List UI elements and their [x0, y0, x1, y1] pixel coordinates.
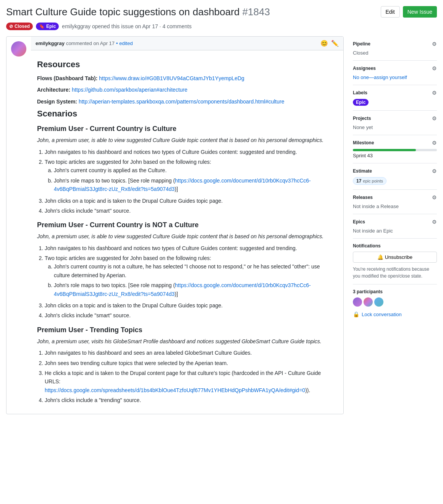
list-item: John's current country is not a culture,…: [54, 262, 337, 279]
flows-link[interactable]: https://www.draw.io/#G0B1V8UV94aCGtamJYb…: [99, 75, 244, 81]
comment-edited[interactable]: • edited: [116, 40, 133, 46]
assignees-gear-icon[interactable]: ⚙: [432, 65, 437, 71]
issue-title: Smart Culture Guide topic suggestions on…: [6, 6, 381, 18]
unsubscribe-button[interactable]: 🔔 Unsubscribe: [353, 252, 437, 263]
assignees-title: Assignees: [353, 66, 376, 71]
role-mapping-link-1[interactable]: https://docs.google.com/document/d/10rb0…: [54, 178, 311, 192]
assignees-value[interactable]: No one—assign yourself: [353, 74, 437, 80]
section1-list: John navigates to his dashboard and noti…: [37, 148, 337, 215]
section3-list: John navigates to his dashboard and sees…: [37, 349, 337, 404]
labels-gear-icon[interactable]: ⚙: [432, 90, 437, 96]
design-link[interactable]: http://aperian-templates.sparkboxqa.com/…: [79, 99, 285, 105]
releases-title: Releases: [353, 195, 373, 200]
assignees-section: Assignees ⚙ No one—assign yourself: [353, 61, 437, 85]
releases-gear-icon[interactable]: ⚙: [432, 194, 437, 200]
projects-title: Projects: [353, 116, 371, 121]
projects-gear-icon[interactable]: ⚙: [432, 115, 437, 121]
list-item: John sees two trending culture topics th…: [45, 359, 337, 367]
circle-icon: ⊘: [9, 24, 13, 29]
issue-meta-text: emilykggray opened this issue on Apr 17 …: [62, 23, 191, 29]
milestone-bar-bg: [353, 149, 437, 151]
section3-intro: John, a premium user, visits his GlobeSm…: [37, 337, 337, 346]
edit-button[interactable]: Edit: [381, 6, 400, 18]
list-item: John navigates to his dashboard and noti…: [45, 148, 337, 156]
comment-author[interactable]: emilykggray: [36, 40, 65, 46]
list-item: Two topic articles are suggested for Joh…: [45, 254, 337, 298]
pipeline-section: Pipeline ⚙ Closed: [353, 36, 437, 61]
architecture-link[interactable]: https://github.com/sparkbox/aperian#arch…: [72, 87, 188, 93]
architecture-line: Architecture: https://github.com/sparkbo…: [37, 86, 337, 94]
participants-count: 3 participants: [353, 289, 437, 294]
list-item: John's clicks include "smart" source.: [45, 207, 337, 215]
projects-section: Projects ⚙ None yet: [353, 111, 437, 135]
emoji-icon[interactable]: 😊: [320, 40, 328, 47]
issue-number: #1843: [243, 6, 270, 18]
milestone-section: Milestone ⚙ Sprint 43: [353, 135, 437, 163]
estimate-title: Estimate: [353, 168, 372, 174]
epics-title: Epics: [353, 219, 365, 225]
list-item: John's clicks include "smart" source.: [45, 311, 337, 320]
epics-gear-icon[interactable]: ⚙: [432, 219, 437, 225]
releases-section: Releases ⚙ Not inside a Release: [353, 190, 437, 214]
labels-section: Labels ⚙ Epic: [353, 85, 437, 111]
milestone-title: Milestone: [353, 140, 374, 145]
section1-heading: Premium User - Current Country is Cultur…: [37, 125, 337, 133]
participant-avatar-2[interactable]: [364, 297, 373, 307]
participant-avatar-1[interactable]: [353, 297, 362, 307]
milestone-bar-fill: [353, 149, 416, 151]
new-issue-button[interactable]: New Issue: [403, 6, 437, 18]
lock-conversation-button[interactable]: 🔒 Lock conversation: [353, 311, 402, 317]
lock-label: Lock conversation: [362, 312, 402, 317]
section3-heading: Premium User - Trending Topics: [37, 326, 337, 334]
participant-avatar-3[interactable]: [374, 297, 383, 307]
milestone-gear-icon[interactable]: ⚙: [432, 140, 437, 146]
pipeline-gear-icon[interactable]: ⚙: [432, 41, 437, 47]
spreadsheet-link[interactable]: https://docs.google.com/spreadsheets/d/1…: [45, 387, 305, 393]
closed-badge: ⊘ Closed: [6, 23, 33, 30]
resources-heading: Resources: [37, 60, 337, 69]
list-item: John navigates to his dashboard and sees…: [45, 349, 337, 357]
design-line: Design System: http://aperian-templates.…: [37, 97, 337, 106]
epics-section: Epics ⚙ Not inside an Epic: [353, 214, 437, 239]
issue-title-text: Smart Culture Guide topic suggestions on…: [6, 6, 239, 18]
section2-heading: Premium User - Current Country is NOT a …: [37, 221, 337, 229]
lock-icon: 🔒: [353, 311, 359, 317]
section2-list: John navigates to his dashboard and noti…: [37, 244, 337, 320]
pipeline-title: Pipeline: [353, 41, 370, 47]
list-item: John's role maps to two topics. [See rol…: [54, 176, 337, 194]
releases-value: Not inside a Release: [353, 204, 437, 209]
list-item: John's current country is applied as the…: [54, 166, 337, 174]
section1-intro: John, a premium user, is able to view su…: [37, 136, 337, 144]
list-item: John clicks on a topic and is taken to t…: [45, 301, 337, 310]
list-item: John's role maps to two topics. [See rol…: [54, 281, 337, 298]
edit-comment-icon[interactable]: ✏️: [331, 40, 339, 47]
scenarios-heading: Scenarios: [37, 109, 337, 119]
estimate-badge: 17 epic points: [353, 177, 386, 185]
labels-title: Labels: [353, 90, 367, 95]
list-item: John's clicks include a "trending" sourc…: [45, 396, 337, 404]
notifications-description: You're receiving notifications because y…: [353, 266, 437, 279]
milestone-value[interactable]: Sprint 43: [353, 153, 437, 158]
list-item: John navigates to his dashboard and noti…: [45, 244, 337, 252]
epics-value: Not inside an Epic: [353, 228, 437, 234]
estimate-section: Estimate ⚙ 17 epic points: [353, 163, 437, 190]
estimate-gear-icon[interactable]: ⚙: [432, 168, 437, 174]
avatar: [11, 41, 26, 57]
section1-sublist: John's current country is applied as the…: [45, 166, 337, 193]
participants-section: 3 participants 🔒 Lock conversation: [353, 289, 437, 317]
notifications-title: Notifications: [353, 243, 381, 249]
projects-value: None yet: [353, 124, 437, 130]
list-item: He clicks a topic and is taken to the Dr…: [45, 369, 337, 394]
role-mapping-link-2[interactable]: https://docs.google.com/document/d/10rb0…: [54, 282, 311, 297]
notifications-section: Notifications 🔔 Unsubscribe You're recei…: [353, 239, 437, 284]
list-item: Two topic articles are suggested for Joh…: [45, 158, 337, 194]
flows-line: Flows (Dashboard Tab): https://www.draw.…: [37, 74, 337, 82]
list-item: John clicks on a topic and is taken to t…: [45, 197, 337, 205]
pipeline-value: Closed: [353, 50, 437, 56]
section2-intro: John, a premium user, is able to view su…: [37, 232, 337, 241]
comment-action: commented on Apr 17: [66, 40, 115, 46]
epic-label-badge[interactable]: Epic: [353, 99, 369, 106]
epic-badge: 🔖 Epic: [36, 23, 59, 30]
section2-sublist: John's current country is not a culture,…: [45, 262, 337, 298]
bookmark-icon: 🔖: [39, 24, 45, 29]
